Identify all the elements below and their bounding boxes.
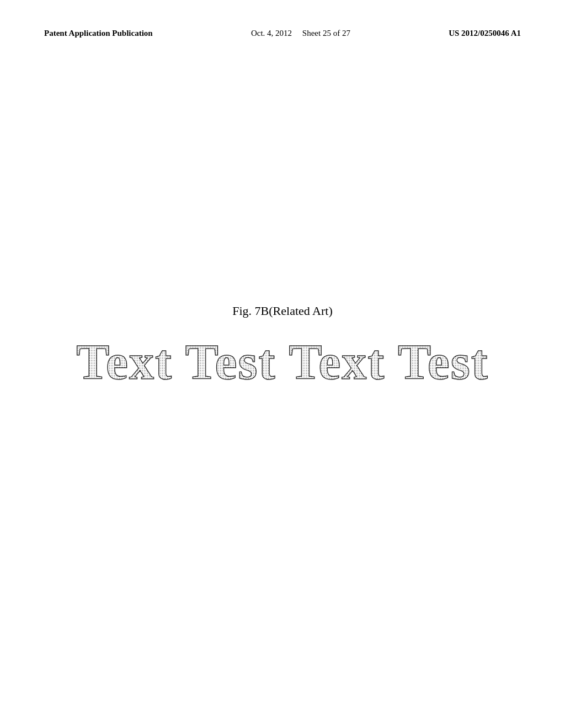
header: Patent Application Publication Oct. 4, 2…	[44, 28, 521, 39]
patent-number: US 2012/0250046 A1	[449, 28, 521, 39]
decorative-text-content: Text Test Text Test	[44, 335, 521, 389]
publication-label: Patent Application Publication	[44, 28, 153, 39]
sheet-info: Sheet 25 of 27	[302, 29, 350, 38]
header-center-info: Oct. 4, 2012 Sheet 25 of 27	[251, 28, 350, 39]
publication-date: Oct. 4, 2012	[251, 29, 292, 38]
decorative-text-block: Text Test Text Test	[44, 335, 521, 389]
figure-caption: Fig. 7B(Related Art)	[44, 304, 521, 318]
page: Patent Application Publication Oct. 4, 2…	[0, 0, 565, 728]
